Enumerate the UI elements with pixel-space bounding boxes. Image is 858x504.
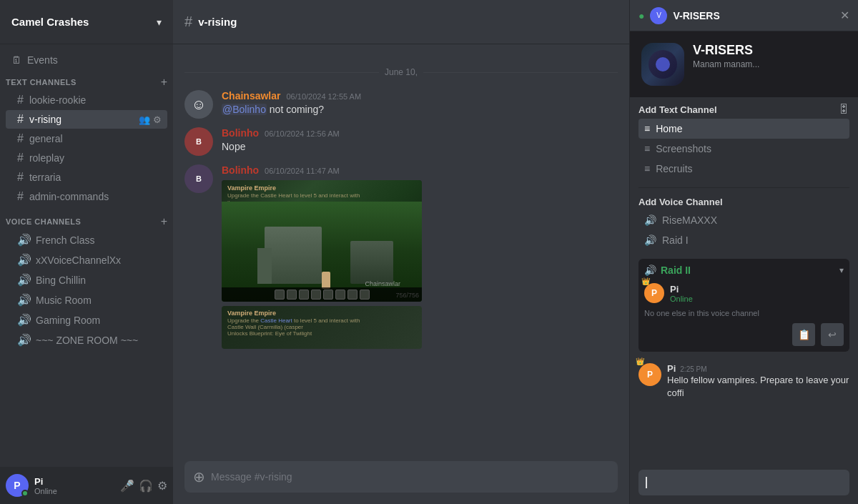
voice-channel-icon: 🔊 — [644, 214, 656, 226]
voice-item-zone-room[interactable]: 🔊 ~~~ ZONE ROOM ~~~ — [6, 330, 167, 350]
game-screenshot: Vampire Empire Upgrade the Castle Heart … — [222, 180, 422, 302]
popup-server-icon-inner — [641, 43, 684, 86]
add-text-channel-icon[interactable]: + — [161, 76, 167, 89]
text-channel-list: # lookie-rookie # v-rising 👥 ⚙ # general… — [0, 90, 173, 207]
voice-channel-label: Raid I — [662, 234, 689, 246]
settings-icon[interactable]: ⚙ — [153, 114, 162, 125]
popup-header: ● V V-RISERS ✕ — [630, 0, 858, 31]
popup-voice-user-info: Pi Online — [670, 284, 844, 303]
popup-server-big-icon — [641, 43, 684, 86]
online-indicator-icon: ● — [638, 10, 644, 21]
message-header: Bolinho 06/10/2024 11:47 AM — [222, 164, 618, 176]
add-text-channel-label: Add Text Channel — [638, 104, 717, 115]
speaker-icon: 🔊 — [17, 273, 31, 287]
popup-close-button[interactable]: ✕ — [840, 9, 849, 22]
avatar: B — [184, 127, 213, 156]
popup-voice-channels-header: Add Voice Channel — [638, 197, 849, 207]
right-input-area — [630, 470, 858, 504]
channel-label: Recruits — [656, 163, 692, 174]
voice-channel-icon: 🔊 — [644, 234, 656, 246]
screenshot2-sub3: Unlocks Blueprint: Eye of Twilight — [227, 330, 416, 337]
chevron-icon[interactable]: ▾ — [839, 265, 844, 275]
sidebar: Camel Crashes ▾ 🗓 Events TEXT CHANNELS +… — [0, 0, 173, 504]
message-row: B Bolinho 06/10/2024 12:56 AM Nope — [184, 126, 618, 157]
text-channel-add-icon[interactable]: 🎛 — [838, 103, 849, 116]
right-message-row: 👑 P Pi 2:25 PM Hello fellow vampires. Pr… — [638, 363, 849, 400]
crown-icon: 👑 — [636, 357, 644, 365]
right-timestamp: 2:25 PM — [680, 365, 706, 373]
channel-item-general[interactable]: # general — [6, 129, 167, 148]
popup-channel-recruits[interactable]: ≡ Recruits — [638, 159, 849, 179]
voice-channel-name: French Class — [36, 234, 94, 246]
settings-icon[interactable]: ⚙ — [157, 479, 167, 493]
channel-item-roleplay[interactable]: # roleplay — [6, 149, 167, 167]
voice-item-bing-chillin[interactable]: 🔊 Bing Chillin — [6, 270, 167, 290]
raid-ii-label: Raid II — [661, 265, 691, 276]
voice-item-xxvoice[interactable]: 🔊 xXVoiceChannelXx — [6, 250, 167, 270]
voice-channel-name: ~~~ ZONE ROOM ~~~ — [36, 335, 138, 346]
voice-channels-category[interactable]: VOICE CHANNELS + — [0, 212, 173, 229]
channel-item-terraria[interactable]: # terraria — [6, 168, 167, 187]
game-screenshot-2: Vampire Empire Upgrade the Castle Heart … — [222, 306, 422, 349]
popup-server-details: V-RISERS Manam manam... — [693, 43, 847, 69]
message-text: @Bolinho not coming? — [222, 103, 618, 117]
hotbar-slot — [275, 290, 285, 300]
right-avatar: 👑 P — [638, 363, 661, 386]
popup-raid-ii-left: 🔊 Raid II — [644, 265, 691, 276]
voice-channel-label: RiseMAXXX — [662, 214, 717, 226]
voice-item-french-class[interactable]: 🔊 French Class — [6, 230, 167, 249]
voice-channel-name: Bing Chillin — [36, 275, 86, 286]
speaker-icon: 🔊 — [17, 333, 31, 347]
divider — [638, 187, 849, 188]
popup-voice-status: Online — [670, 295, 844, 303]
right-input-box — [638, 470, 849, 495]
user-avatar-wrap: P — [6, 474, 29, 497]
channel-item-admin-commands[interactable]: # admin-commands — [6, 187, 167, 206]
screenshot2-sub1: Upgrade the Castle Heart to level 5 and … — [227, 317, 416, 324]
mention: @Bolinho — [222, 104, 267, 115]
message-input-area: ⊕ — [173, 461, 629, 504]
attach-button[interactable]: ⊕ — [193, 468, 205, 485]
voice-join-button[interactable]: ↩ — [821, 323, 844, 346]
mute-microphone-icon[interactable]: 🎤 — [120, 479, 134, 493]
popup-voice-user-avatar: 👑 P — [644, 283, 664, 303]
speaker-icon: 🔊 — [17, 253, 31, 267]
popup-voice-channels-section: Add Voice Channel 🔊 RiseMAXXX 🔊 Raid I — [630, 191, 858, 256]
popup-raid-ii-header: 🔊 Raid II ▾ — [644, 265, 844, 276]
hash-icon: # — [17, 152, 24, 164]
message-input[interactable] — [211, 471, 609, 483]
members-icon[interactable]: 👥 — [139, 114, 150, 125]
popup-server-name: V-RISERS — [693, 43, 847, 58]
hotbar-slot — [323, 290, 333, 300]
server-header[interactable]: Camel Crashes ▾ — [0, 0, 173, 44]
message-input-box: ⊕ — [184, 461, 618, 493]
channel-header-hash-icon: # — [184, 14, 192, 30]
popup-voice-risemaxxx[interactable]: 🔊 RiseMAXXX — [638, 210, 849, 230]
events-item[interactable]: 🗓 Events — [0, 50, 173, 70]
popup-channel-screenshots[interactable]: ≡ Screenshots — [638, 139, 849, 159]
speaker-icon: 🔊 — [17, 293, 31, 307]
voice-notes-button[interactable]: 📋 — [792, 323, 815, 346]
user-status: Online — [34, 487, 114, 495]
channel-item-lookie-rookie[interactable]: # lookie-rookie — [6, 91, 167, 109]
popup-text-channels-header: Add Text Channel 🎛 — [638, 103, 849, 116]
channel-item-v-rising[interactable]: # v-rising 👥 ⚙ — [6, 110, 167, 129]
game-screenshot-inner: Vampire Empire Upgrade the Castle Heart … — [222, 180, 422, 302]
add-voice-channel-icon[interactable]: + — [161, 215, 167, 228]
popup-panel: ● V V-RISERS ✕ V-RISERS Manam manam... A… — [629, 0, 858, 504]
server-name: Camel Crashes — [11, 16, 89, 28]
message-row: B Bolinho 06/10/2024 11:47 AM Vampire Em… — [184, 163, 618, 350]
popup-server-info: V-RISERS Manam manam... — [630, 31, 858, 97]
voice-item-gaming-room[interactable]: 🔊 Gaming Room — [6, 310, 167, 330]
popup-channel-home[interactable]: ≡ Home — [638, 119, 849, 139]
hash-icon: # — [17, 171, 24, 184]
deafen-headphones-icon[interactable]: 🎧 — [139, 479, 153, 493]
channel-name: terraria — [29, 172, 162, 183]
channel-name: v-rising — [29, 114, 134, 125]
channel-name: lookie-rookie — [29, 94, 162, 106]
user-controls: 🎤 🎧 ⚙ — [120, 479, 167, 493]
lines-icon: ≡ — [644, 143, 650, 154]
popup-voice-raid-i[interactable]: 🔊 Raid I — [638, 230, 849, 250]
voice-item-music-room[interactable]: 🔊 Music Room — [6, 290, 167, 310]
text-channels-category[interactable]: TEXT CHANNELS + — [0, 73, 173, 90]
